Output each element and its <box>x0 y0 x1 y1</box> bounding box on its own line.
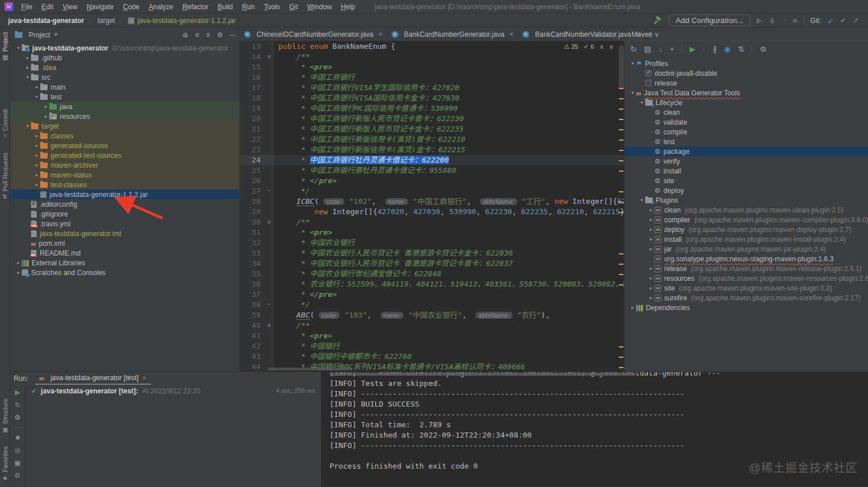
maven-tree-row[interactable]: ⚙validate <box>625 117 868 127</box>
code-line[interactable]: 14⊟ /** <box>240 52 624 62</box>
chevron-right-icon[interactable]: ▸ <box>42 114 49 119</box>
code-line[interactable]: 25 * 中国工商银行原牡丹灵通卡借记卡：955880 <box>240 165 624 176</box>
menu-run[interactable]: Run <box>238 3 259 11</box>
chevron-down-icon[interactable]: ▾ <box>629 61 636 66</box>
maven-tree-row[interactable]: ⚙compile <box>625 127 868 137</box>
code-line[interactable]: 18 * 中国工商银行VISA国际信用卡金卡：427030 <box>240 93 624 103</box>
editor-vscrollbar[interactable] <box>619 46 624 90</box>
maven-tree-row[interactable]: ▸minstall(org.apache.maven.plugins:maven… <box>625 234 868 244</box>
menu-analyze[interactable]: Analyze <box>144 3 178 11</box>
expand-all-icon[interactable]: ≡ <box>195 31 199 39</box>
code-line[interactable]: 41 * <pre> <box>240 331 624 341</box>
code-line[interactable]: 33 * 中国农业银行人民币贷记卡 香港旅游卡贷记卡金卡：622836 <box>240 248 624 258</box>
add-configuration-button[interactable]: Add Configuration... <box>669 14 750 26</box>
chevron-down-icon[interactable]: ▾ <box>638 198 645 203</box>
project-tree-row[interactable]: MDREADME.md <box>10 248 239 258</box>
menu-window[interactable]: Window <box>303 3 336 11</box>
screenshot-icon[interactable]: ▣ <box>14 459 21 467</box>
project-tree-row[interactable]: YML.travis.yml <box>10 219 239 229</box>
project-tree-row[interactable]: ▸.idea <box>10 63 239 72</box>
maven-tree-row[interactable]: ▸msurefire(org.apache.maven.plugins:mave… <box>625 293 868 303</box>
code-line[interactable]: 20 * 中国工商银行新版人民币贷记卡普卡：622230 <box>240 114 624 124</box>
checkbox-unchecked-icon[interactable] <box>645 80 652 86</box>
maven-tree-row[interactable]: release <box>625 78 868 88</box>
chevron-down-icon[interactable]: ▾ <box>33 94 40 99</box>
project-tree-row[interactable]: mpom.xml <box>10 238 239 248</box>
git-push-icon[interactable]: ↗ <box>852 16 859 25</box>
code-line[interactable]: 43 * 中国银行中银都市卡：622760 <box>240 351 624 362</box>
code-line[interactable]: 32 * 中国农业银行 <box>240 238 624 248</box>
maven-tree-row[interactable]: ▾mJava Test Data Generator Tools <box>625 88 868 98</box>
project-tree-row[interactable]: ▸resources <box>10 111 239 121</box>
refresh-icon[interactable]: ↻ <box>630 45 637 53</box>
chevron-right-icon[interactable]: ▸ <box>15 260 22 265</box>
maven-tree-row[interactable]: ⚙package <box>625 146 868 156</box>
maven-tree-row[interactable]: ⚙site <box>625 176 868 185</box>
maven-tree-row[interactable]: ⚙deploy <box>625 185 868 195</box>
stripe-project[interactable]: ▤Project <box>2 32 9 61</box>
project-tree-row[interactable]: java-testdata-generator.iml <box>10 229 239 238</box>
chevron-right-icon[interactable]: ▸ <box>33 133 40 138</box>
maven-tree-row[interactable]: ▸mjar(org.apache.maven.plugins:maven-jar… <box>625 244 868 254</box>
maven-tree-row[interactable]: ⚙verify <box>625 156 868 166</box>
code-line[interactable]: 23 * 中国工商银行新版信用卡(准贷)金卡：622215 <box>240 145 624 155</box>
menu-tools[interactable]: Tools <box>259 3 285 11</box>
maven-tree-row[interactable]: ▾⚑Profiles <box>625 59 868 68</box>
project-tree-row[interactable]: ▸.github <box>10 53 239 63</box>
maven-tree-row[interactable]: ⚙test <box>625 137 868 146</box>
code-line[interactable]: 29 new Integer[]{427020, 427030, 530990,… <box>240 207 624 217</box>
stripe-commit[interactable]: ⌾Commit <box>2 109 9 137</box>
menu-view[interactable]: View <box>58 3 82 11</box>
maven-tree-row[interactable]: ▸mcompiler(org.apache.maven.plugins:mave… <box>625 215 868 225</box>
project-tree-row[interactable]: ▾src <box>10 72 239 82</box>
next-warning-icon[interactable]: ∨ <box>609 43 614 51</box>
run-icon[interactable]: ▶ <box>689 45 695 53</box>
chevron-down-icon[interactable]: ▾ <box>24 123 31 129</box>
chevron-right-icon[interactable]: ▸ <box>33 84 40 90</box>
chevron-down-icon[interactable]: ▾ <box>638 100 645 105</box>
code-line[interactable]: 31 * <pre> <box>240 227 624 238</box>
chevron-right-icon[interactable]: ▸ <box>648 227 654 232</box>
maven-tree-row[interactable]: ▾Lifecycle <box>625 98 868 107</box>
close-icon[interactable]: ✕ <box>378 31 382 37</box>
rerun-failed-icon[interactable]: ↻ <box>14 401 20 409</box>
project-tree-row[interactable]: ▸maven-archiver <box>10 160 239 170</box>
maven-tree-row[interactable]: ▸mdeploy(org.apache.maven.plugins:maven-… <box>625 225 868 234</box>
editor-hscrollbar[interactable] <box>268 368 352 370</box>
menu-refactor[interactable]: Refactor <box>178 3 213 11</box>
close-icon[interactable]: ✕ <box>509 31 514 37</box>
console-hscrollbar[interactable] <box>330 373 636 376</box>
code-line[interactable]: 21 * 中国工商银行新版人民币贷记卡金卡：622235 <box>240 124 624 134</box>
download-sources-icon[interactable]: ↓ <box>658 45 662 53</box>
code-line[interactable]: 15 * <pre> <box>240 62 624 72</box>
code-line[interactable]: 24 * 中国工商银行牡丹灵通卡借记卡：622200 <box>240 155 624 165</box>
chevron-right-icon[interactable]: ▸ <box>648 285 654 291</box>
code-line[interactable]: 37 * </pre> <box>240 289 624 300</box>
chevron-down-icon[interactable]: ▾ <box>24 75 31 80</box>
code-line[interactable]: 27⌐ */ <box>240 186 624 196</box>
test-options-icon[interactable]: ⚙ <box>14 471 21 480</box>
maven-tree-row[interactable]: ▸mresources(org.apache.maven.plugins:mav… <box>625 273 868 283</box>
project-tree-row[interactable]: java-testdata-generator-1.1.2.jar <box>10 190 239 199</box>
chevron-right-icon[interactable]: ▸ <box>33 172 40 177</box>
maven-tree-row[interactable]: morg.sonatype.plugins:nexus-staging-mave… <box>625 254 868 264</box>
menu-code[interactable]: Code <box>118 3 144 11</box>
menu-file[interactable]: File <box>17 3 37 11</box>
breadcrumb-item[interactable]: java-testdata-generator <box>8 17 84 25</box>
project-tree-row[interactable]: ▸classes <box>10 131 239 141</box>
close-icon[interactable]: ✕ <box>142 375 146 381</box>
settings-wrench-icon[interactable]: ⚙ <box>14 413 21 422</box>
generate-sources-icon[interactable]: ▤ <box>644 45 651 53</box>
chevron-right-icon[interactable]: ▸ <box>629 305 636 310</box>
menu-edit[interactable]: Edit <box>37 3 58 11</box>
settings-wrench-icon[interactable]: ⚙ <box>760 45 766 53</box>
maven-tree-row[interactable]: ▸mrelease(org.apache.maven.plugins:maven… <box>625 264 868 273</box>
project-tree-row[interactable]: .editorconfig <box>10 199 239 209</box>
menu-help[interactable]: Help <box>336 3 360 11</box>
git-commit-icon[interactable]: ✔ <box>840 16 846 25</box>
stripe-structure[interactable]: ▦Structure <box>2 399 9 434</box>
project-tree-row[interactable]: ▸generated-sources <box>10 141 239 150</box>
project-tree-row[interactable]: .gitignore <box>10 209 239 219</box>
checkbox-checked-icon[interactable] <box>645 70 652 76</box>
fold-marker[interactable]: ⌐ <box>265 186 274 196</box>
